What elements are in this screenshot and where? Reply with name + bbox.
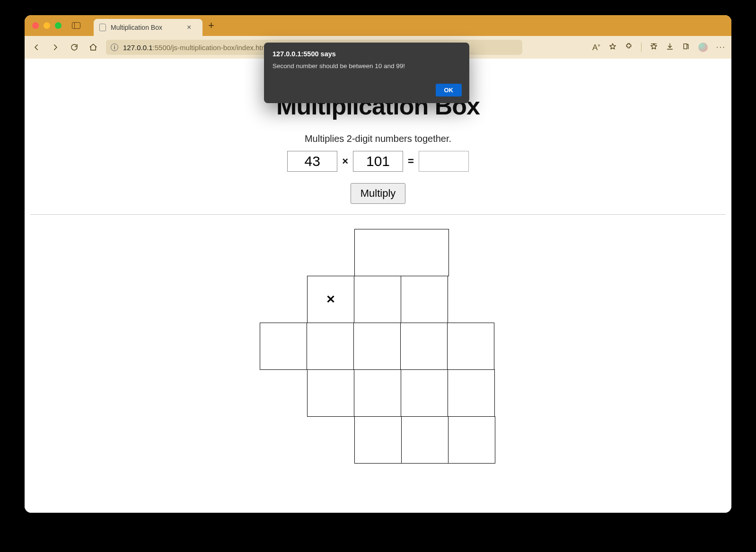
home-button[interactable] [87, 41, 99, 53]
titlebar: Multiplication Box × + [25, 15, 731, 36]
grid-cell [260, 323, 307, 370]
sidebar-toggle-icon[interactable] [72, 22, 80, 29]
grid-cell [448, 416, 495, 464]
page-icon [99, 24, 106, 31]
close-window-button[interactable] [32, 22, 39, 29]
section-divider [30, 214, 726, 215]
collections-icon[interactable] [682, 43, 690, 53]
tab-title: Multiplication Box [111, 24, 162, 31]
grid-cell [353, 323, 401, 370]
toolbar-right: A» ··· [592, 43, 726, 53]
new-tab-button[interactable]: + [208, 19, 214, 32]
profile-avatar[interactable] [698, 43, 708, 52]
grid-times-cell: ✕ [307, 276, 354, 323]
calculator-row: × = [25, 151, 731, 172]
grid-cell [400, 323, 448, 370]
url-text: 127.0.0.1:5500/js-multiplication-box/ind… [123, 44, 269, 52]
favorites-icon[interactable] [650, 43, 658, 53]
back-button[interactable] [30, 41, 43, 53]
minimize-window-button[interactable] [44, 22, 50, 29]
window-controls [32, 22, 62, 29]
second-number-input[interactable] [353, 151, 403, 172]
grid-cell [307, 323, 354, 370]
first-number-input[interactable] [287, 151, 337, 172]
grid-cell [354, 276, 401, 323]
grid-cell [447, 323, 494, 370]
browser-window: Multiplication Box × + i 127.0.0.1:5500/… [25, 15, 731, 513]
grid-cell [354, 229, 449, 276]
grid-cell [401, 276, 448, 323]
grid-cell [354, 416, 402, 464]
page-content: Multiplication Box Multiplies 2-digit nu… [25, 59, 731, 513]
read-aloud-icon[interactable]: A» [592, 43, 600, 53]
reload-button[interactable] [68, 41, 80, 53]
extensions-icon[interactable] [625, 43, 633, 53]
maximize-window-button[interactable] [55, 22, 62, 29]
alert-message: Second number should be between 10 and 9… [273, 62, 461, 70]
settings-menu-icon[interactable]: ··· [716, 43, 726, 52]
add-favorite-icon[interactable] [609, 43, 616, 53]
grid-cell [401, 369, 448, 417]
forward-button[interactable] [49, 41, 62, 53]
page-subtitle: Multiplies 2-digit numbers together. [25, 133, 731, 144]
downloads-icon[interactable] [666, 43, 674, 53]
js-alert-dialog: 127.0.0.1:5500 says Second number should… [264, 43, 469, 103]
alert-ok-button[interactable]: OK [436, 84, 462, 96]
multiply-button[interactable]: Multiply [351, 183, 406, 204]
grid-cell [307, 369, 354, 417]
alert-header: 127.0.0.1:5500 says [273, 50, 461, 58]
equals-symbol: = [407, 155, 415, 167]
multiplication-grid: ✕ [260, 229, 496, 464]
grid-cell [401, 416, 448, 464]
toolbar-separator [641, 43, 642, 52]
grid-cell [354, 369, 401, 417]
site-info-icon[interactable]: i [111, 44, 118, 51]
browser-tab[interactable]: Multiplication Box × [94, 19, 202, 36]
grid-cell [448, 369, 495, 417]
tab-close-icon[interactable]: × [187, 23, 191, 32]
result-output [419, 151, 469, 172]
times-symbol: × [341, 155, 349, 167]
